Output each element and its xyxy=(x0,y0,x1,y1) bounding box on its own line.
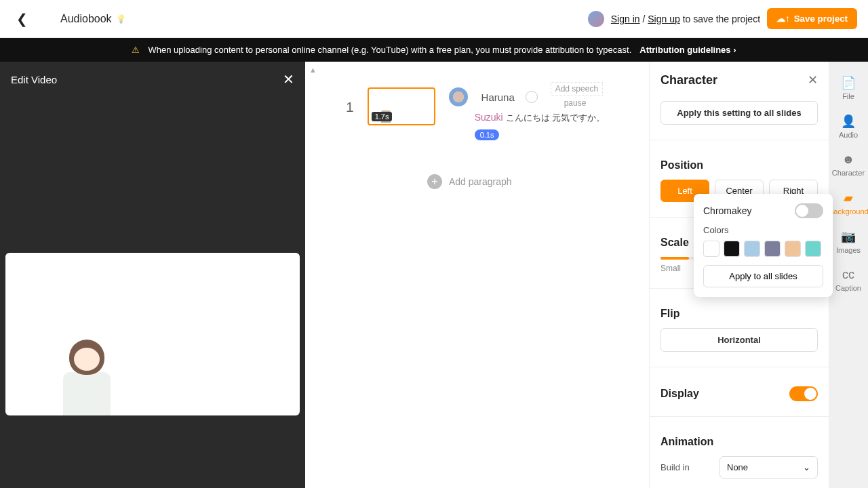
swatch-peach[interactable] xyxy=(785,241,801,257)
swatch-lightblue[interactable] xyxy=(744,241,760,257)
signin-link[interactable]: Sign in xyxy=(611,14,640,24)
close-panel-button[interactable]: ✕ xyxy=(808,73,818,87)
script-area: ▲ 1 1.7s Haruna Add speech pause Suzuki … xyxy=(305,62,649,488)
edit-video-panel: Edit Video ✕ xyxy=(0,62,305,488)
banner-text: When uploading content to personal onlin… xyxy=(148,45,631,55)
chromakey-toggle[interactable] xyxy=(795,203,823,218)
chromakey-label: Chromakey xyxy=(703,205,752,216)
chevron-down-icon: ⌄ xyxy=(803,462,810,472)
buildin-label: Build in xyxy=(660,462,690,472)
close-edit-video-button[interactable]: ✕ xyxy=(283,71,294,87)
right-sidebar: 📄File 👤Audio ☻Character ▰Background 📷Ima… xyxy=(829,62,868,488)
buildin-select[interactable]: None ⌄ xyxy=(719,456,818,479)
auth-text: Sign in / Sign up to save the project xyxy=(611,14,760,24)
display-label: Display xyxy=(660,388,699,400)
warning-icon: ⚠ xyxy=(132,45,140,55)
back-button[interactable]: ❮ xyxy=(11,8,33,30)
file-icon: 📄 xyxy=(829,75,868,90)
slide-thumbnail[interactable]: 1.7s xyxy=(368,87,435,125)
add-speech-button[interactable]: Add speech xyxy=(551,82,603,96)
audio-icon: 👤 xyxy=(829,114,868,129)
project-title-text: Audiobook xyxy=(60,13,112,25)
speaker-subname: Suzuki xyxy=(475,112,503,123)
character-illustration xyxy=(46,340,127,415)
signup-link[interactable]: Sign up xyxy=(648,14,679,24)
position-label: Position xyxy=(660,159,818,171)
sidebar-file[interactable]: 📄File xyxy=(829,70,868,106)
sidebar-audio[interactable]: 👤Audio xyxy=(829,108,868,144)
flip-label: Flip xyxy=(660,308,818,320)
add-paragraph-button[interactable]: + Add paragraph xyxy=(427,174,629,189)
sidebar-character[interactable]: ☻Character xyxy=(829,147,868,182)
apply-all-slides-button[interactable]: Apply this setting to all slides xyxy=(660,101,818,125)
sidebar-background[interactable]: ▰Background xyxy=(829,185,868,221)
flip-horizontal-button[interactable]: Horizontal xyxy=(660,328,818,352)
save-project-button[interactable]: ☁↑ Save project xyxy=(767,8,857,29)
character-icon: ☻ xyxy=(829,152,868,167)
display-toggle[interactable] xyxy=(789,386,818,401)
character-panel: Character ✕ Apply this setting to all sl… xyxy=(649,62,829,488)
sidebar-images[interactable]: 📷Images xyxy=(829,224,868,260)
animation-label: Animation xyxy=(660,436,818,448)
color-swatches xyxy=(703,241,823,257)
regenerate-button[interactable] xyxy=(526,91,538,103)
attribution-banner: ⚠ When uploading content to personal onl… xyxy=(0,38,868,62)
swatch-slate[interactable] xyxy=(764,241,781,257)
swatch-white[interactable] xyxy=(703,241,719,257)
pause-label: pause xyxy=(564,98,587,108)
user-avatar[interactable] xyxy=(588,11,604,27)
video-preview[interactable] xyxy=(5,253,300,415)
caption-icon: cc xyxy=(829,268,868,282)
pause-chip[interactable]: 0.1s xyxy=(475,129,500,140)
apply-colors-all-slides-button[interactable]: Apply to all slides xyxy=(703,265,823,287)
slide-duration-badge: 1.7s xyxy=(372,112,393,121)
images-icon: 📷 xyxy=(829,229,868,244)
sidebar-caption[interactable]: ccCaption xyxy=(829,262,868,298)
swatch-black[interactable] xyxy=(724,241,740,257)
edit-video-title: Edit Video xyxy=(11,74,57,85)
scroll-up-icon[interactable]: ▲ xyxy=(309,66,317,74)
background-icon: ▰ xyxy=(829,190,868,205)
project-title[interactable]: Audiobook 💡 xyxy=(60,13,126,25)
lightbulb-icon: 💡 xyxy=(116,14,126,24)
background-popover: Chromakey Colors Apply to all slides xyxy=(694,194,833,297)
slide-number: 1 xyxy=(346,99,354,115)
colors-label: Colors xyxy=(703,225,823,235)
attribution-guidelines-link[interactable]: Attribution guidelines › xyxy=(639,45,736,55)
panel-title: Character xyxy=(660,73,717,87)
chevron-right-icon: › xyxy=(733,45,736,55)
plus-icon: + xyxy=(427,174,442,189)
cloud-upload-icon: ☁↑ xyxy=(776,14,790,24)
speaker-avatar[interactable] xyxy=(449,87,468,106)
speech-text[interactable]: こんにちは 元気ですか。 xyxy=(506,113,606,123)
speaker-name[interactable]: Haruna xyxy=(481,92,515,103)
swatch-teal[interactable] xyxy=(805,241,821,257)
